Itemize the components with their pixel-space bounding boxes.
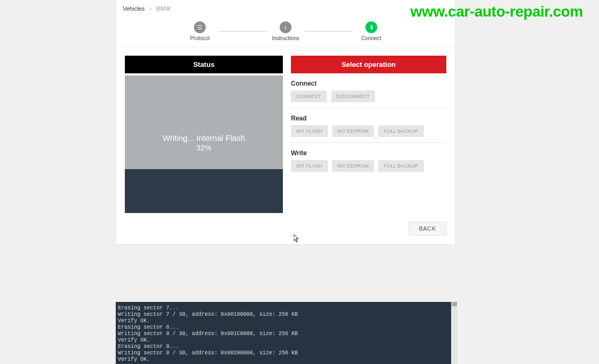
breadcrumb-current: BMW <box>156 5 171 12</box>
console-scrollbar[interactable] <box>451 302 458 364</box>
content-area: Status Writing... Internal Flash 32% Sel… <box>116 47 455 222</box>
step-connector <box>304 31 353 32</box>
write-section-title: Write <box>291 149 446 157</box>
step-protocol-icon: ☰ <box>194 21 206 33</box>
progress-box: Writing... Internal Flash 32% <box>125 75 283 213</box>
connect-buttons: CONNECT DISCONNECT <box>291 90 446 102</box>
step-instructions-label: Instructions <box>272 35 299 41</box>
step-instructions[interactable]: i Instructions <box>267 21 304 41</box>
connect-button[interactable]: CONNECT <box>291 90 327 102</box>
progress-fill <box>125 169 283 213</box>
write-section: Write INT FLASH INT EEPROM FULL BACKUP <box>291 143 446 177</box>
write-int-flash-button[interactable]: INT FLASH <box>291 160 328 172</box>
connect-section: Connect CONNECT DISCONNECT <box>291 73 446 108</box>
step-connector <box>219 31 267 32</box>
breadcrumb-separator: › <box>149 5 152 12</box>
console-scrollbar-thumb[interactable] <box>452 302 457 306</box>
operations-column: Select operation Connect CONNECT DISCONN… <box>291 56 446 213</box>
write-full-backup-button[interactable]: FULL BACKUP <box>378 160 424 172</box>
read-buttons: INT FLASH INT EEPROM FULL BACKUP <box>291 125 446 137</box>
step-connect-icon: ⬇ <box>365 21 377 33</box>
read-int-flash-button[interactable]: INT FLASH <box>291 125 328 137</box>
status-header: Status <box>125 56 283 73</box>
step-connect[interactable]: ⬇ Connect <box>353 21 390 41</box>
console-wrap: Erasing sector 7... Writing sector 7 / 3… <box>116 302 455 364</box>
main-panel: Vehicles › BMW ☰ Protocol i Instructions… <box>116 0 455 245</box>
footer: BACK <box>116 222 455 244</box>
progress-text: Writing... Internal Flash 32% <box>125 133 283 152</box>
connect-section-title: Connect <box>291 80 446 87</box>
write-buttons: INT FLASH INT EEPROM FULL BACKUP <box>291 160 446 172</box>
disconnect-button[interactable]: DISCONNECT <box>331 90 376 102</box>
progress-message: Writing... Internal Flash <box>125 133 283 142</box>
write-int-eeprom-button[interactable]: INT EEPROM <box>332 160 375 172</box>
read-section: Read INT FLASH INT EEPROM FULL BACKUP <box>291 108 446 143</box>
progress-percent: 32% <box>125 143 283 152</box>
watermark-text: www.car-auto-repair.com <box>410 3 583 20</box>
console-output: Erasing sector 7... Writing sector 7 / 3… <box>116 302 455 364</box>
step-protocol-label: Protocol <box>190 35 210 41</box>
back-button[interactable]: BACK <box>409 222 446 236</box>
operations-header: Select operation <box>291 56 446 73</box>
step-protocol[interactable]: ☰ Protocol <box>181 21 219 41</box>
breadcrumb-root[interactable]: Vehicles <box>123 5 145 12</box>
wizard-steps: ☰ Protocol i Instructions ⬇ Connect <box>116 17 455 47</box>
step-connect-label: Connect <box>361 35 381 41</box>
step-instructions-icon: i <box>280 21 291 33</box>
status-column: Status Writing... Internal Flash 32% <box>125 56 283 213</box>
breadcrumb: Vehicles › BMW <box>116 0 455 17</box>
read-section-title: Read <box>291 115 446 122</box>
read-int-eeprom-button[interactable]: INT EEPROM <box>332 125 375 137</box>
read-full-backup-button[interactable]: FULL BACKUP <box>378 125 424 137</box>
